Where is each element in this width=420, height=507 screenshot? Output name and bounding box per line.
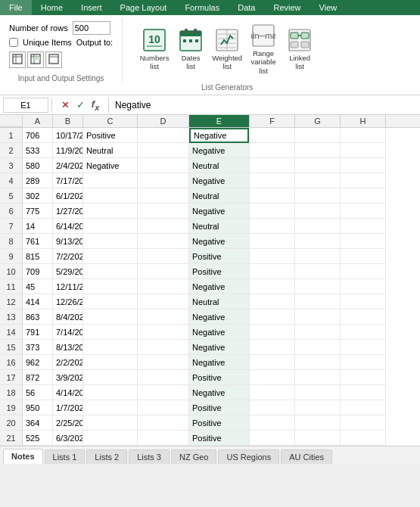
cell-g-16[interactable] (295, 355, 340, 370)
output-btn-2[interactable] (27, 51, 44, 68)
cell-a-11[interactable]: 45 (23, 279, 52, 294)
cell-b-12[interactable]: 12/26/2021 (53, 294, 82, 309)
cell-b-21[interactable]: 6/3/2021 (53, 431, 82, 446)
cell-d-8[interactable] (138, 234, 188, 249)
formula-fx-icon[interactable]: fx (89, 98, 102, 112)
cell-a-14[interactable]: 791 (23, 325, 52, 340)
dates-list-button[interactable]: Dateslist (174, 26, 207, 73)
cell-c-10[interactable] (83, 264, 137, 279)
cell-e-13[interactable]: Negative (189, 309, 249, 325)
cell-a-5[interactable]: 302 (23, 188, 52, 204)
row-header-20[interactable]: 20 (0, 415, 23, 431)
cell-f-9[interactable] (250, 249, 294, 264)
cell-d-5[interactable] (138, 188, 188, 204)
cell-d-18[interactable] (138, 385, 188, 400)
cell-c-19[interactable] (83, 400, 137, 415)
cell-e-8[interactable]: Negative (189, 234, 249, 249)
cell-f-4[interactable] (250, 173, 294, 188)
cell-e-2[interactable]: Negative (189, 143, 249, 158)
cell-b-15[interactable]: 8/13/2021 (53, 340, 82, 355)
cell-e-16[interactable]: Negative (189, 355, 249, 370)
cell-g-2[interactable] (295, 143, 340, 158)
cell-c-5[interactable] (83, 188, 137, 204)
cell-f-17[interactable] (250, 370, 294, 385)
cell-g-13[interactable] (295, 309, 340, 325)
cell-b-10[interactable]: 5/29/2021 (53, 264, 82, 279)
cell-h-1[interactable] (341, 128, 385, 143)
cell-e-1[interactable]: Negative (189, 128, 249, 143)
tab-data[interactable]: Data (229, 0, 264, 15)
cell-a-13[interactable]: 863 (23, 309, 52, 325)
range-variable-button[interactable]: min─max Rangevariable list (247, 21, 280, 77)
cell-f-10[interactable] (250, 264, 294, 279)
cell-c-14[interactable] (83, 325, 137, 340)
cell-e-19[interactable]: Positive (189, 400, 249, 415)
cell-g-6[interactable] (295, 204, 340, 219)
cell-d-20[interactable] (138, 415, 188, 431)
cell-b-16[interactable]: 2/2/2021 (53, 355, 82, 370)
tab-file[interactable]: File (0, 0, 32, 15)
linked-list-button[interactable]: Linkedlist (283, 26, 316, 73)
cell-d-3[interactable] (138, 158, 188, 173)
cell-d-21[interactable] (138, 431, 188, 446)
cell-a-16[interactable]: 962 (23, 355, 52, 370)
row-header-11[interactable]: 11 (0, 279, 23, 294)
row-header-19[interactable]: 19 (0, 400, 23, 415)
col-header-c[interactable]: C (83, 115, 138, 127)
tab-notes[interactable]: Notes (3, 449, 43, 464)
row-header-4[interactable]: 4 (0, 173, 23, 188)
col-header-a[interactable]: A (23, 115, 53, 127)
row-header-15[interactable]: 15 (0, 340, 23, 355)
tab-nz-geo[interactable]: NZ Geo (171, 449, 217, 464)
cell-f-20[interactable] (250, 415, 294, 431)
cell-c-18[interactable] (83, 385, 137, 400)
cell-reference-input[interactable] (3, 98, 48, 113)
cell-d-11[interactable] (138, 279, 188, 294)
cell-a-2[interactable]: 533 (23, 143, 52, 158)
cell-e-20[interactable]: Positive (189, 415, 249, 431)
cell-h-16[interactable] (341, 355, 385, 370)
cell-e-6[interactable]: Negative (189, 204, 249, 219)
cell-c-3[interactable]: Negative (83, 158, 137, 173)
cell-h-9[interactable] (341, 249, 385, 264)
col-header-d[interactable]: D (138, 115, 189, 127)
cell-e-4[interactable]: Negative (189, 173, 249, 188)
cell-d-13[interactable] (138, 309, 188, 325)
cell-g-14[interactable] (295, 325, 340, 340)
cell-f-19[interactable] (250, 400, 294, 415)
cell-f-21[interactable] (250, 431, 294, 446)
cell-g-18[interactable] (295, 385, 340, 400)
cell-a-12[interactable]: 414 (23, 294, 52, 309)
cell-c-9[interactable] (83, 249, 137, 264)
col-header-g[interactable]: G (295, 115, 341, 127)
row-header-3[interactable]: 3 (0, 158, 23, 173)
cell-c-11[interactable] (83, 279, 137, 294)
cell-c-21[interactable] (83, 431, 137, 446)
cell-a-17[interactable]: 872 (23, 370, 52, 385)
cell-h-6[interactable] (341, 204, 385, 219)
row-header-6[interactable]: 6 (0, 204, 23, 219)
cell-c-2[interactable]: Neutral (83, 143, 137, 158)
row-header-21[interactable]: 21 (0, 431, 23, 446)
row-header-10[interactable]: 10 (0, 264, 23, 279)
cell-c-13[interactable] (83, 309, 137, 325)
col-header-f[interactable]: F (250, 115, 295, 127)
cell-a-9[interactable]: 815 (23, 249, 52, 264)
numbers-list-button[interactable]: 10 Numberslist (138, 26, 171, 73)
cell-b-14[interactable]: 7/14/2021 (53, 325, 82, 340)
row-header-12[interactable]: 12 (0, 294, 23, 309)
cell-g-20[interactable] (295, 415, 340, 431)
row-header-17[interactable]: 17 (0, 370, 23, 385)
cell-d-4[interactable] (138, 173, 188, 188)
cell-d-7[interactable] (138, 219, 188, 234)
cell-b-2[interactable]: 11/9/2021 (53, 143, 82, 158)
cell-a-15[interactable]: 373 (23, 340, 52, 355)
row-header-1[interactable]: 1 (0, 128, 23, 143)
cell-e-10[interactable]: Positive (189, 264, 249, 279)
cell-a-1[interactable]: 706 (23, 128, 52, 143)
cell-e-7[interactable]: Neutral (189, 219, 249, 234)
cell-e-17[interactable]: Positive (189, 370, 249, 385)
cell-h-3[interactable] (341, 158, 385, 173)
cell-f-16[interactable] (250, 355, 294, 370)
cell-f-12[interactable] (250, 294, 294, 309)
